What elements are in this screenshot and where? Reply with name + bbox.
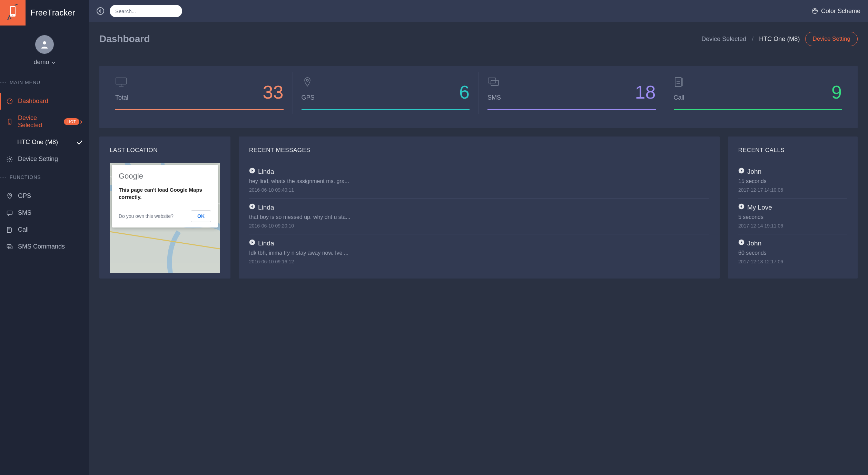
chat-icon <box>487 77 501 89</box>
sidebar-item-gps[interactable]: GPS <box>0 188 89 204</box>
call-list-item[interactable]: John15 seconds2017-12-17 14:10:06 <box>738 163 847 199</box>
message-list-item[interactable]: Lindathat boy is so messed up. why dnt u… <box>249 199 709 234</box>
stat-label: Total <box>115 94 128 101</box>
google-error-message: This page can't load Google Maps correct… <box>119 186 211 201</box>
back-button[interactable] <box>97 7 104 15</box>
color-scheme-button[interactable]: Color Scheme <box>811 8 860 15</box>
message-body: hey lind, whats the assignment ms. gra..… <box>249 178 709 184</box>
arrow-out-icon <box>738 239 744 247</box>
sidebar-item-label: Dashboard <box>18 98 48 105</box>
panel-title: RECENT CALLS <box>738 147 847 154</box>
google-question: Do you own this website? <box>119 213 174 219</box>
menu-section-title: MAIN MENU <box>0 78 89 93</box>
page-title: Dashboard <box>99 33 150 44</box>
message-time: 2016-06-10 09:40:11 <box>249 187 709 193</box>
message-time: 2016-06-10 09:16:12 <box>249 259 709 264</box>
map[interactable]: Google This page can't load Google Maps … <box>110 163 220 273</box>
message-list-item[interactable]: Lindahey lind, whats the assignment ms. … <box>249 163 709 199</box>
monitor-icon <box>115 77 128 89</box>
sidebar-item-device-setting[interactable]: Device Setting <box>0 151 89 168</box>
panels-row: LAST LOCATION Google <box>99 137 858 279</box>
svg-rect-12 <box>7 211 12 214</box>
sidebar-item-call[interactable]: Call <box>0 221 89 238</box>
user-name-label: demo <box>33 59 49 66</box>
brand-name: FreeTracker <box>30 8 75 18</box>
user-block: demo <box>0 30 89 78</box>
panel-title: RECENT MESSAGES <box>249 147 709 154</box>
panel-title: LAST LOCATION <box>110 147 220 154</box>
message-name: Linda <box>258 168 274 175</box>
stat-sms: SMS 18 <box>479 77 665 110</box>
sidebar-item-label: Device Selected <box>18 114 60 129</box>
caret-down-icon <box>51 59 56 66</box>
call-name: John <box>747 240 761 247</box>
svg-point-6 <box>43 41 46 44</box>
svg-point-11 <box>9 194 10 196</box>
phone-device-icon <box>6 118 13 125</box>
call-list-item[interactable]: John60 seconds2017-12-13 12:17:06 <box>738 234 847 270</box>
stat-call: Call 9 <box>665 77 851 110</box>
calls-list: John15 seconds2017-12-17 14:10:06My Love… <box>738 163 847 270</box>
stat-label: SMS <box>487 94 501 101</box>
main: Color Scheme Dashboard Device Selected /… <box>89 0 868 475</box>
svg-point-28 <box>306 79 308 81</box>
check-icon <box>77 140 83 145</box>
sidebar-item-sms[interactable]: SMS <box>0 204 89 221</box>
svg-point-3 <box>7 19 9 20</box>
svg-point-24 <box>816 10 817 11</box>
sidebar: FreeTracker demo MAIN MENU Dashboard Dev… <box>0 0 89 475</box>
svg-rect-1 <box>11 7 15 14</box>
brand: FreeTracker <box>0 0 89 30</box>
svg-point-22 <box>813 10 814 11</box>
sidebar-item-sms-commands[interactable]: SMS Commands <box>0 238 89 255</box>
user-menu[interactable]: demo <box>33 59 55 66</box>
chat-multi-icon <box>6 243 13 250</box>
svg-point-10 <box>9 158 11 160</box>
gauge-icon <box>6 98 13 105</box>
message-list-item[interactable]: LindaIdk tbh, imma try n stay away now. … <box>249 234 709 270</box>
menu-section-title: FUNCTIONS <box>0 172 89 188</box>
call-list-item[interactable]: My Love5 seconds2017-12-14 19:11:06 <box>738 199 847 234</box>
call-log-icon <box>6 226 13 233</box>
breadcrumb-separator: / <box>752 36 753 43</box>
sidebar-subitem-device[interactable]: HTC One (M8) <box>0 134 89 151</box>
call-name: John <box>747 168 761 175</box>
sidebar-item-label: Call <box>18 226 29 233</box>
chat-icon <box>6 210 13 216</box>
arrow-out-icon <box>249 239 255 247</box>
stats-row: Total 33 GPS 6 <box>99 66 858 128</box>
sidebar-item-label: Device Setting <box>18 155 58 163</box>
stat-value: 6 <box>459 83 470 101</box>
sidebar-item-label: SMS <box>18 209 31 216</box>
messages-list: Lindahey lind, whats the assignment ms. … <box>249 163 709 270</box>
sidebar-item-device-selected[interactable]: Device Selected HOT <box>0 110 89 134</box>
page-header: Dashboard Device Selected / HTC One (M8)… <box>89 22 868 56</box>
call-log-icon <box>674 77 685 89</box>
call-name: My Love <box>747 204 772 211</box>
avatar <box>35 35 54 54</box>
sidebar-item-label: SMS Commands <box>18 243 65 250</box>
ok-button[interactable]: OK <box>191 210 211 222</box>
panel-last-location: LAST LOCATION Google <box>99 137 230 279</box>
message-name: Linda <box>258 240 274 247</box>
stat-label: GPS <box>302 94 315 101</box>
stat-bar <box>487 109 656 110</box>
chevron-right-icon <box>79 118 83 125</box>
svg-rect-25 <box>116 78 126 84</box>
call-time: 2017-12-17 14:10:06 <box>738 187 847 193</box>
sidebar-subitem-label: HTC One (M8) <box>17 139 58 146</box>
panel-recent-messages: RECENT MESSAGES Lindahey lind, whats the… <box>239 137 720 279</box>
device-setting-button[interactable]: Device Setting <box>805 32 858 46</box>
svg-point-2 <box>12 15 13 16</box>
search-wrap <box>110 5 182 17</box>
pin-icon <box>302 77 315 89</box>
google-logo: Google <box>119 172 211 181</box>
message-name: Linda <box>258 204 274 211</box>
search-input[interactable] <box>115 8 181 14</box>
stat-total: Total 33 <box>106 77 293 110</box>
sidebar-item-dashboard[interactable]: Dashboard <box>0 93 89 110</box>
arrow-out-icon <box>249 168 255 175</box>
stat-value: 18 <box>635 83 655 101</box>
arrow-in-icon <box>249 203 255 211</box>
arrow-left-icon <box>99 9 102 13</box>
